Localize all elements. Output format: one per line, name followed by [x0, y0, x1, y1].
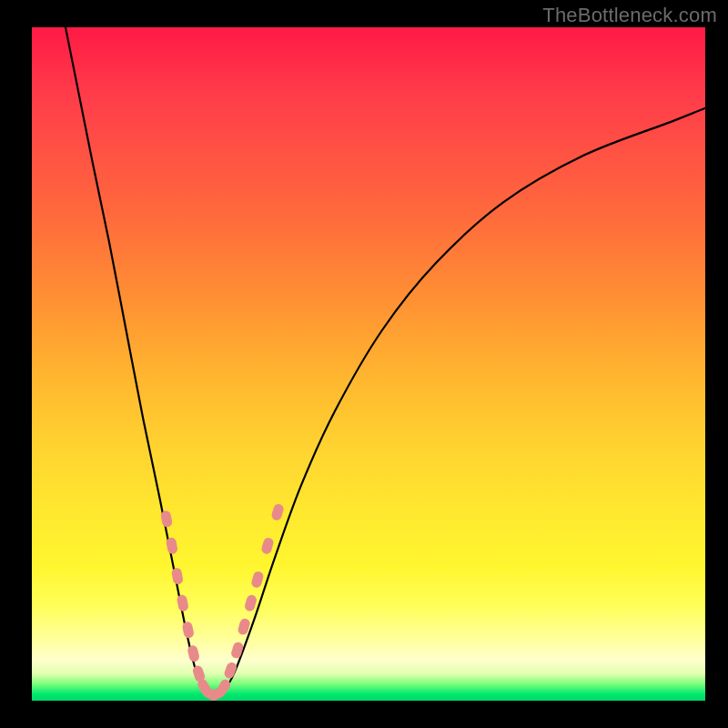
curve-marker [187, 644, 200, 662]
curve-marker [244, 594, 258, 612]
watermark-text: TheBottleneck.com [542, 4, 717, 27]
curve-marker [230, 641, 245, 659]
plot-area [32, 27, 705, 701]
curve-marker [250, 571, 265, 589]
bottleneck-curve [66, 27, 705, 696]
curve-marker [181, 621, 195, 639]
curve-marker [223, 661, 238, 680]
curve-marker [177, 594, 189, 612]
curve-marker [260, 537, 275, 555]
curve-marker [171, 567, 184, 585]
marker-group [160, 503, 285, 703]
curve-svg [32, 27, 705, 701]
curve-marker [270, 503, 285, 521]
chart-frame: TheBottleneck.com [0, 0, 728, 728]
